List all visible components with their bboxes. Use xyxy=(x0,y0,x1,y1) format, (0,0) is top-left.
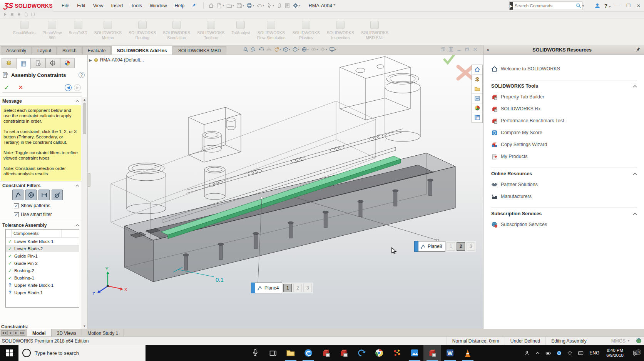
pin-icon[interactable]: 🖈 xyxy=(633,45,642,54)
manager-tab-configurations[interactable] xyxy=(31,58,45,68)
dropdown-caret-icon[interactable]: ▾ xyxy=(299,4,300,7)
taskbar-app-solidworks-2018[interactable] xyxy=(335,345,353,361)
headsup-monitor[interactable]: ▾ xyxy=(329,46,337,53)
restore-button[interactable]: ❐ xyxy=(625,3,632,8)
minimize-button[interactable]: ― xyxy=(614,3,621,8)
callout-drag-bar[interactable] xyxy=(414,241,418,252)
headsup-section-view[interactable] xyxy=(266,46,272,53)
addin-flow-simulation[interactable]: SOLIDWORKSFlow Simulation xyxy=(253,18,289,45)
taskbar-app-vlc[interactable] xyxy=(459,345,477,361)
doc-tab-model[interactable]: Model xyxy=(27,329,52,336)
tab-solidworks-add-ins[interactable]: SOLIDWORKS Add-Ins xyxy=(111,46,172,55)
message-section-header[interactable]: Message xyxy=(0,96,82,105)
scroll-up-arrow[interactable]: ▲ xyxy=(82,97,87,102)
quicktool-open[interactable]: ▾ xyxy=(226,2,235,9)
tab-last-button[interactable]: ▶▶ xyxy=(20,330,25,336)
dropdown-caret-icon[interactable]: ▾ xyxy=(307,48,309,51)
addin-routing[interactable]: SOLIDWORKSRouting xyxy=(125,18,159,45)
taskpane-tab-custom-properties[interactable] xyxy=(472,113,482,123)
section-header[interactable]: Online Resources xyxy=(491,171,637,176)
forward-arrow-button[interactable]: ▶ xyxy=(74,84,81,91)
dropdown-caret-icon[interactable]: ▾ xyxy=(279,48,281,51)
panel-splitter-handle[interactable] xyxy=(88,173,90,187)
addin-tolanalyst[interactable]: TolAnalyst xyxy=(228,18,254,45)
filter-button-concentric-filter[interactable] xyxy=(25,190,37,200)
menu-edit[interactable]: Edit xyxy=(73,2,89,10)
headsup-zoom-fit[interactable] xyxy=(243,46,249,53)
action-center-icon[interactable]: 3 xyxy=(628,350,643,356)
quicktool-options[interactable]: ▾ xyxy=(292,2,301,9)
tab-solidworks-mbd[interactable]: SOLIDWORKS MBD xyxy=(173,46,226,55)
addin-motion[interactable]: SOLIDWORKSMotion xyxy=(91,18,125,45)
tray-keyboard[interactable] xyxy=(576,350,585,356)
quicktool-select[interactable]: ▾ xyxy=(266,2,275,9)
back-arrow-button[interactable]: ◀ xyxy=(65,84,72,91)
doc-tab-3d-views[interactable]: 3D Views xyxy=(52,329,82,336)
resource-link[interactable]: Compare My Score xyxy=(491,129,637,136)
addin-toolbox[interactable]: SOLIDWORKSToolbox xyxy=(194,18,228,45)
command-search[interactable]: ▶ ▾ xyxy=(509,2,582,10)
tab-next-button[interactable]: ▶ xyxy=(13,330,19,336)
macro-new-macro[interactable] xyxy=(24,12,28,17)
doc-tab-motion-study-1[interactable]: Motion Study 1 xyxy=(82,329,124,336)
show-patterns-checkbox[interactable]: ✓ Show patterns xyxy=(14,203,50,208)
tolerance-assembly-header[interactable]: Tolerance Assembly xyxy=(0,221,82,229)
manager-tab-property-manager[interactable] xyxy=(16,58,31,69)
globe-icon[interactable] xyxy=(633,338,644,344)
taskbar-app-task-view[interactable] xyxy=(264,345,282,361)
docwin-cascade-button[interactable] xyxy=(440,47,445,53)
ok-button[interactable]: ✓ xyxy=(4,83,10,92)
constraint-button-3[interactable]: 3 xyxy=(303,284,312,292)
constraint-filters-header[interactable]: Constraint Filters xyxy=(0,181,82,190)
headsup-hide-show[interactable]: ▾ xyxy=(310,46,318,53)
featuremanager-flyout[interactable]: ▶ RMA-A004 (Default... xyxy=(89,57,144,63)
menu-tools[interactable]: Tools xyxy=(127,2,146,10)
taskbar-search[interactable]: Type here to search xyxy=(18,345,146,361)
taskpane-tab-design-library[interactable] xyxy=(472,75,482,84)
filter-button-tangent-filter[interactable] xyxy=(52,190,63,200)
component-row[interactable]: ✓Lower Blade-2 xyxy=(6,245,79,252)
graphics-viewport[interactable]: 0.1 Y X Z ▶ RMA-A004 (Default... xyxy=(88,55,483,329)
section-header[interactable]: SOLIDWORKS Tools xyxy=(491,83,637,89)
macro-save-macro[interactable] xyxy=(31,12,35,17)
user-account-icon[interactable] xyxy=(594,3,601,9)
panel-scrollbar[interactable]: ▲ ▼ xyxy=(82,97,87,329)
constraint-button-2[interactable]: 2 xyxy=(293,284,302,292)
start-button[interactable] xyxy=(0,345,18,361)
units-selector[interactable]: MMGS▾ xyxy=(607,338,633,344)
dropdown-caret-icon[interactable]: ▾ xyxy=(253,4,254,7)
filter-button-angle-mate-filter[interactable] xyxy=(12,190,23,200)
constraint-button-3[interactable]: 3 xyxy=(467,242,475,251)
addin-mbd-snl[interactable]: SOLIDWORKSMBD SNL xyxy=(358,18,392,45)
tab-layout[interactable]: Layout xyxy=(32,46,57,55)
headsup-zoom-area[interactable] xyxy=(250,46,257,53)
clock[interactable]: 8:40 PM6/9/2018 xyxy=(604,348,626,358)
macro-play[interactable] xyxy=(3,12,7,17)
resource-link[interactable]: Partner Solutions xyxy=(491,181,637,188)
quicktool-props[interactable] xyxy=(284,2,291,9)
close-button[interactable]: ✕ xyxy=(636,3,642,8)
taskbar-app-solidworks-active[interactable] xyxy=(423,345,441,361)
dropdown-caret-icon[interactable]: ▾ xyxy=(289,48,290,51)
tray-chevron-up[interactable] xyxy=(533,350,542,356)
menu-view[interactable]: View xyxy=(89,2,107,10)
addin-plastics[interactable]: SOLIDWORKSPlastics xyxy=(289,18,323,45)
docwin-close-button[interactable] xyxy=(473,47,478,53)
tab-assembly[interactable]: Assembly xyxy=(1,46,32,55)
taskbar-app-edge[interactable] xyxy=(299,345,317,361)
constraint-button-1[interactable]: 1 xyxy=(283,284,292,292)
dropdown-caret-icon[interactable]: ▾ xyxy=(233,4,234,7)
macro-record[interactable] xyxy=(17,12,21,17)
docwin-restore-button[interactable] xyxy=(465,47,470,53)
language-indicator[interactable]: ENG xyxy=(587,350,602,356)
taskbar-app-sync[interactable] xyxy=(353,345,370,361)
dropdown-caret-icon[interactable]: ▾ xyxy=(263,4,264,7)
resource-link[interactable]: Subscription Services xyxy=(491,221,637,228)
resource-link[interactable]: My Products xyxy=(491,153,637,160)
manager-tab-display-manager[interactable] xyxy=(60,58,75,68)
headsup-previous-view[interactable] xyxy=(258,46,264,53)
dropdown-caret-icon[interactable]: ▾ xyxy=(273,4,274,7)
search-commands-input[interactable] xyxy=(513,3,576,8)
docwin-minimize-button[interactable] xyxy=(457,47,462,53)
filter-button-distance-filter[interactable] xyxy=(38,190,50,200)
